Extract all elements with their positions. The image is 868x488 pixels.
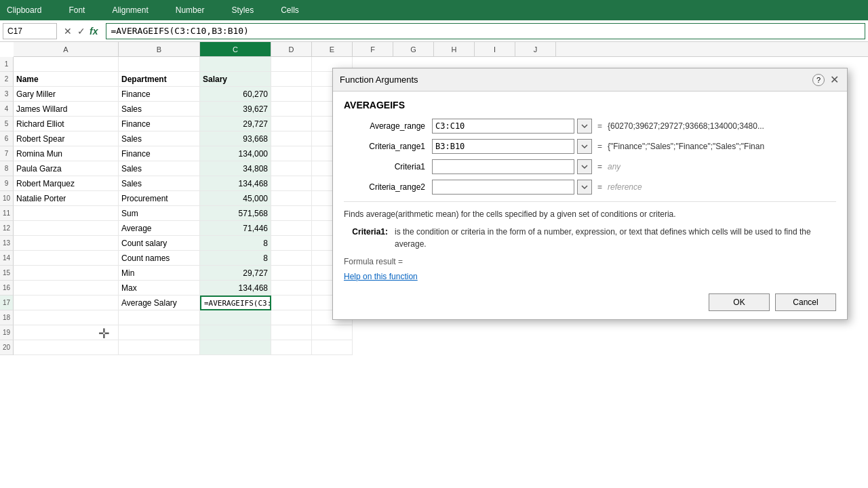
arg-row-criteria-range2: Criteria_range2 = reference (344, 180, 836, 195)
dialog-param-description: Criteria1: is the condition or criteria … (344, 226, 836, 250)
cancel-button[interactable]: Cancel (775, 293, 836, 311)
arg-result-criteria-range1: {"Finance";"Sales";"Finance";"Sales";"Fi… (608, 142, 764, 151)
arg-equals-0: = (592, 121, 608, 131)
arg-input-container-1 (432, 139, 592, 154)
arg-input-container-3 (432, 180, 592, 195)
arg-label-criteria-range2: Criteria_range2 (344, 182, 432, 192)
arg-input-criteria-range2[interactable] (432, 180, 574, 195)
dialog-help-button[interactable]: ? (812, 74, 825, 86)
dialog-main-description: Finds average(arithmetic mean) for the c… (344, 209, 836, 220)
arg-equals-1: = (592, 142, 608, 151)
arg-collapse-btn-0[interactable] (577, 119, 592, 134)
arg-collapse-btn-1[interactable] (577, 139, 592, 154)
dialog-footer: OK Cancel (333, 288, 847, 319)
arg-label-criteria-range1: Criteria_range1 (344, 142, 432, 151)
dialog-title: Function Arguments (340, 75, 418, 85)
arg-label-average-range: Average_range (344, 121, 432, 131)
arg-result-average-range: {60270;39627;29727;93668;134000;3480... (608, 121, 764, 131)
arg-input-criteria-range1[interactable] (432, 139, 574, 154)
arg-input-container-2 (432, 159, 592, 174)
dialog-body: AVERAGEIFS Average_range = {60270;39627;… (333, 92, 847, 288)
arg-equals-3: = (592, 182, 608, 192)
dialog-overlay: Function Arguments ? ✕ AVERAGEIFS Averag… (0, 0, 868, 488)
arg-row-criteria-range1: Criteria_range1 = {"Finance";"Sales";"Fi… (344, 139, 836, 154)
dialog-titlebar: Function Arguments ? ✕ (333, 68, 847, 92)
help-on-this-function-link[interactable]: Help on this function (344, 272, 418, 281)
function-arguments-dialog: Function Arguments ? ✕ AVERAGEIFS Averag… (332, 68, 848, 320)
arg-label-criteria1: Criteria1 (344, 162, 432, 171)
dialog-description-area: Finds average(arithmetic mean) for the c… (344, 201, 836, 250)
dialog-controls: ? ✕ (812, 73, 840, 86)
dialog-param-name: Criteria1: (344, 226, 388, 250)
arg-result-criteria1: any (608, 162, 620, 171)
formula-result-area: Formula result = (344, 257, 836, 266)
formula-result-label: Formula result = (344, 257, 403, 266)
arg-row-criteria1: Criteria1 = any (344, 159, 836, 174)
arg-equals-2: = (592, 162, 608, 171)
arg-input-criteria1[interactable] (432, 159, 574, 174)
ok-button[interactable]: OK (709, 293, 770, 311)
arg-collapse-btn-3[interactable] (577, 180, 592, 195)
function-name-label: AVERAGEIFS (344, 100, 836, 110)
arg-collapse-btn-2[interactable] (577, 159, 592, 174)
arg-input-average-range[interactable] (432, 119, 574, 134)
arg-result-criteria-range2: reference (608, 182, 642, 192)
dialog-param-text: is the condition or criteria in the form… (395, 226, 836, 250)
arg-input-container-0 (432, 119, 592, 134)
dialog-close-button[interactable]: ✕ (829, 73, 840, 86)
arg-row-average-range: Average_range = {60270;39627;29727;93668… (344, 119, 836, 134)
